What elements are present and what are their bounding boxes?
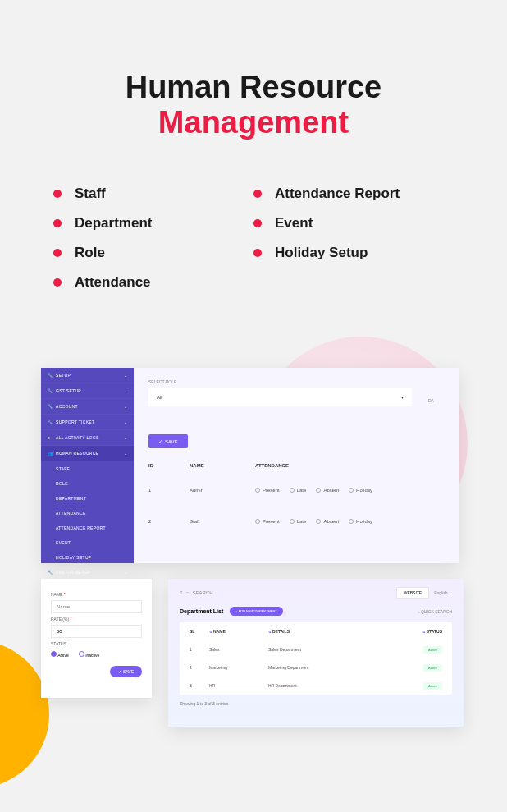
radio-absent[interactable]: Absent (316, 488, 339, 493)
features-col1: Staff Department Role Attendance (53, 186, 254, 304)
department-table: SL ⇅NAME ⇅DETAILS ⇅STATUS 1 Sales Sales … (180, 622, 452, 695)
radio-inactive[interactable]: Inactive (79, 651, 100, 658)
feature-item: Role (53, 245, 254, 261)
sidebar-sub-report[interactable]: ATTENDANCE REPORT (41, 521, 134, 535)
status-badge: Active (423, 664, 442, 672)
select-role-value: All (157, 395, 162, 400)
col-name: NAME (190, 463, 255, 468)
table-row: 2 Staff Present Late Absent Holiday (148, 506, 445, 537)
status-badge: Active (423, 646, 442, 654)
col-status[interactable]: ⇅STATUS (401, 629, 442, 634)
sidebar-item-gst[interactable]: 🔧GST SETUP⌄ (41, 383, 134, 399)
table-row: 1 Admin Present Late Absent Holiday (148, 475, 445, 506)
radio-absent[interactable]: Absent (316, 519, 339, 524)
radio-present[interactable]: Present (255, 488, 280, 493)
search-label[interactable]: SEARCH (193, 590, 213, 595)
attendance-panel: 🔧SETUP⌄ 🔧GST SETUP⌄ 🔧ACCOUNT⌄ 🔧SUPPORT T… (41, 368, 459, 563)
chevron-down-icon: ⌄ (124, 404, 127, 409)
sidebar-sub-staff[interactable]: STAFF (41, 461, 134, 476)
feature-item: Staff (53, 186, 254, 202)
department-list-title: Department List (180, 608, 223, 614)
col-sl: SL (190, 629, 209, 634)
name-input[interactable] (51, 600, 142, 613)
save-button[interactable]: ✓SAVE (110, 666, 142, 677)
radio-active[interactable]: Active (51, 651, 69, 658)
page-title: Human Resource Management (0, 70, 507, 140)
radio-holiday[interactable]: Holiday (349, 488, 372, 493)
sidebar: 🔧SETUP⌄ 🔧GST SETUP⌄ 🔧ACCOUNT⌄ 🔧SUPPORT T… (41, 368, 134, 563)
quick-search[interactable]: ⌕ QUICK SEARCH (418, 609, 452, 614)
bullet-icon (53, 219, 62, 227)
sidebar-sub-attendance[interactable]: ATTENDANCE (41, 506, 134, 521)
menu-icon[interactable]: ≡ (180, 590, 183, 595)
wrench-icon: 🔧 (48, 388, 53, 393)
bullet-icon (53, 278, 62, 287)
users-icon: 👥 (48, 451, 53, 456)
sort-icon: ⇅ (422, 630, 425, 634)
chevron-down-icon: ⌄ (124, 388, 127, 393)
chevron-down-icon: ⌄ (124, 435, 127, 440)
form-panel: NAME * RATE (%) * STATUS Active Inactive… (41, 579, 152, 698)
select-role-label: SELECT ROLE (148, 379, 412, 384)
sort-icon: ⇅ (268, 630, 271, 634)
chevron-down-icon: ▾ (401, 394, 404, 400)
wrench-icon: 🔧 (48, 420, 53, 424)
sidebar-item-logs[interactable]: ≡ALL ACTIVITY LOGS⌄ (41, 430, 134, 446)
col-details[interactable]: ⇅DETAILS (268, 629, 401, 634)
save-button[interactable]: ✓SAVE (148, 434, 188, 448)
bullet-icon (53, 190, 62, 198)
select-role-dropdown[interactable]: All ▾ (148, 388, 412, 406)
wrench-icon: 🔧 (48, 373, 53, 378)
sidebar-sub-department[interactable]: DEPARTMENT (41, 491, 134, 506)
sidebar-item-account[interactable]: 🔧ACCOUNT⌄ (41, 399, 134, 415)
check-icon: ✓ (118, 669, 121, 674)
table-header-row: SL ⇅NAME ⇅DETAILS ⇅STATUS (186, 622, 445, 640)
sidebar-sub-role[interactable]: ROLE (41, 476, 134, 491)
rate-input[interactable] (51, 625, 142, 638)
feature-item: Event (254, 215, 454, 232)
table-row: 1 Sales Sales Department Active (186, 640, 445, 658)
topbar: ≡ ⌕ SEARCH WEBSITE English ⌄ (180, 587, 452, 599)
sort-icon: ⇅ (209, 630, 212, 634)
chevron-down-icon: ⌄ (124, 420, 127, 424)
check-icon: ✓ (158, 438, 162, 444)
wrench-icon: 🔧 (48, 404, 53, 409)
sidebar-item-hr[interactable]: 👥HUMAN RESOURCE⌄ (41, 446, 134, 461)
sidebar-sub-holiday[interactable]: HOLIDAY SETUP (41, 550, 134, 565)
features-list: Staff Department Role Attendance Attenda… (0, 140, 507, 304)
col-attendance: ATTENDANCE (255, 463, 445, 468)
radio-present[interactable]: Present (255, 519, 280, 524)
sidebar-item-support[interactable]: 🔧SUPPORT TICKET⌄ (41, 415, 134, 430)
attendance-main: SELECT ROLE All ▾ DA ✓SAVE ID NAME ATTEN… (134, 368, 459, 563)
radio-late[interactable]: Late (290, 488, 307, 493)
department-panel: ≡ ⌕ SEARCH WEBSITE English ⌄ Department … (168, 579, 464, 727)
website-button[interactable]: WEBSITE (396, 587, 430, 599)
bullet-icon (254, 249, 262, 257)
feature-item: Holiday Setup (254, 245, 454, 261)
title-line1: Human Resource (126, 70, 382, 104)
col-id: ID (148, 463, 190, 468)
hero-section: Human Resource Management (0, 0, 507, 140)
sidebar-sub-event[interactable]: EVENT (41, 535, 134, 550)
bullet-icon (254, 190, 262, 198)
col-name[interactable]: ⇅NAME (209, 629, 268, 634)
feature-item: Attendance (53, 274, 254, 291)
table-header-row: ID NAME ATTENDANCE (148, 456, 445, 475)
radio-holiday[interactable]: Holiday (349, 519, 372, 524)
bullet-icon (53, 249, 62, 257)
table-row: 3 HR HR Department Active (186, 677, 445, 695)
chevron-down-icon: ⌄ (124, 451, 127, 456)
table-row: 2 Marketing Marketing Department Active (186, 658, 445, 677)
feature-item: Attendance Report (254, 186, 454, 202)
chevron-down-icon: ⌄ (124, 373, 127, 378)
status-badge: Active (423, 682, 442, 690)
attendance-table: ID NAME ATTENDANCE 1 Admin Present Late … (148, 456, 445, 537)
radio-late[interactable]: Late (290, 519, 307, 524)
lang-select[interactable]: English ⌄ (434, 590, 452, 595)
wrench-icon: 🔧 (48, 570, 53, 575)
table-footer: Showing 1 to 3 of 3 entries (180, 701, 452, 706)
add-department-button[interactable]: + ADD NEW DEPARTMENT (230, 607, 282, 616)
date-label: DA (428, 398, 445, 403)
sidebar-item-setup[interactable]: 🔧SETUP⌄ (41, 368, 134, 383)
features-col2: Attendance Report Event Holiday Setup (254, 186, 454, 304)
